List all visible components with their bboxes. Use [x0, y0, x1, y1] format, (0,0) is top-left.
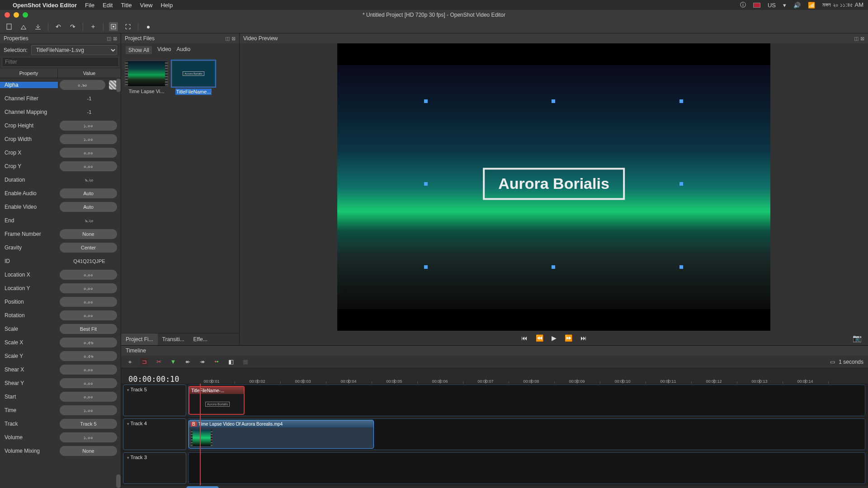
maximize-button[interactable] [23, 12, 28, 18]
property-row[interactable]: Channel Mapping-1 [0, 105, 121, 119]
file-item[interactable]: Aurora BorialisTitleFileName... [172, 61, 215, 95]
import-files-button[interactable]: ＋ [89, 22, 98, 31]
property-value[interactable]: Auto [58, 202, 121, 212]
property-value[interactable]: ০.০০ [58, 270, 121, 280]
undock-icon[interactable]: ◫ [225, 36, 230, 42]
property-row[interactable]: Rotation০.০০ [0, 309, 121, 322]
close-panel-icon[interactable]: ⊠ [860, 36, 864, 42]
timeline-clip[interactable]: TitleFileName-...Aurora Borialis [189, 386, 245, 415]
filter-input[interactable] [2, 57, 119, 67]
razor-button[interactable]: ✂ [155, 358, 163, 366]
tab-effects[interactable]: Effe... [189, 333, 212, 345]
track-lane[interactable]: TitleFileName-...Aurora Borialis [188, 385, 865, 416]
snapshot-button[interactable]: 📷 [853, 334, 862, 343]
menu-file[interactable]: File [85, 2, 94, 9]
preview-canvas[interactable]: Aurora Borialis [337, 43, 770, 331]
track-lane[interactable] [188, 452, 865, 484]
file-item[interactable]: Time Lapse Vi... [125, 61, 168, 95]
property-value[interactable]: Track 5 [58, 419, 121, 429]
property-row[interactable]: Crop Width১.০০ [0, 132, 121, 146]
property-row[interactable]: Crop Height১.০০ [0, 119, 121, 132]
play-button[interactable]: ▶ [552, 334, 557, 342]
property-row[interactable]: Channel Filter-1 [0, 92, 121, 105]
property-value[interactable]: ০.৯০ [58, 80, 121, 90]
property-value[interactable]: ১.০০ [58, 134, 121, 144]
chevron-down-icon[interactable]: ▾ [783, 2, 786, 9]
timeline-ruler[interactable]: 00:00:00:10 00:00:0100:00:0200:00:0300:0… [121, 368, 868, 384]
undo-button[interactable]: ↶ [54, 22, 63, 31]
property-row[interactable]: Start০.০০ [0, 390, 121, 404]
jump-end-button[interactable]: ⏭ [580, 334, 587, 342]
property-value[interactable]: -1 [58, 96, 121, 101]
new-project-button[interactable] [5, 22, 14, 31]
fast-forward-button[interactable]: ⏩ [565, 334, 572, 342]
property-value[interactable]: ১.০০ [58, 405, 121, 415]
tab-video[interactable]: Video [157, 46, 171, 54]
property-value[interactable]: ১.০০ [58, 432, 121, 442]
volume-icon[interactable]: 🔊 [793, 2, 801, 9]
playhead[interactable] [200, 384, 201, 485]
property-row[interactable]: Location X০.০০ [0, 268, 121, 282]
property-row[interactable]: Enable VideoAuto [0, 200, 121, 214]
info-icon[interactable]: ⓘ [740, 1, 746, 9]
property-row[interactable]: Position০.০০ [0, 295, 121, 309]
col-header-property[interactable]: Property [0, 69, 58, 78]
property-row[interactable]: Volume১.০০ [0, 431, 121, 444]
tab-project-files[interactable]: Project Fi... [121, 333, 158, 345]
undock-icon[interactable]: ◫ [854, 36, 859, 42]
property-row[interactable]: Time১.০০ [0, 404, 121, 417]
property-value[interactable]: ০.০০ [58, 378, 121, 388]
track-label[interactable]: Track 4 [123, 418, 186, 450]
undock-icon[interactable]: ◫ [107, 36, 111, 42]
selection-dropdown[interactable]: TitleFileName-1.svg [31, 45, 117, 55]
property-value[interactable]: ০.০০ [58, 392, 121, 402]
minimize-button[interactable] [14, 12, 19, 18]
track-label[interactable]: Track 3 [123, 452, 186, 484]
property-row[interactable]: Enable AudioAuto [0, 187, 121, 200]
property-value[interactable]: -1 [58, 109, 121, 115]
timeline-clip[interactable]: BTime Lapse Video Of Aurora Borealis.mp4 [189, 420, 374, 449]
close-button[interactable] [5, 12, 10, 18]
property-row[interactable]: ScaleBest Fit [0, 322, 121, 336]
property-row[interactable]: Duration৯.২০ [0, 173, 121, 187]
fullscreen-button[interactable] [123, 22, 132, 31]
menu-view[interactable]: View [140, 2, 152, 9]
tab-show-all[interactable]: Show All [126, 46, 152, 54]
center-playhead-button[interactable]: •• [212, 358, 221, 366]
property-value[interactable]: ০.০০ [58, 365, 121, 375]
property-row[interactable]: TrackTrack 5 [0, 417, 121, 431]
property-row[interactable]: End৯.২০ [0, 214, 121, 227]
property-value[interactable]: Center [58, 243, 121, 253]
property-value[interactable]: ১.০০ [58, 121, 121, 131]
property-value[interactable]: ০.০০ [58, 297, 121, 307]
ripple-button[interactable]: ◧ [227, 358, 235, 366]
redo-button[interactable]: ↷ [68, 22, 77, 31]
export-button[interactable]: ● [144, 22, 153, 31]
menubar-app-name[interactable]: OpenShot Video Editor [13, 2, 77, 9]
menubar-clock[interactable]: মঙ্গল ২০ ১১:৪৫ AM [822, 1, 863, 9]
property-value[interactable]: ৯.২০ [58, 177, 121, 183]
property-row[interactable]: Scale X০.৫৬ [0, 336, 121, 349]
title-overlay[interactable]: Aurora Borialis [483, 168, 625, 200]
timeline-settings-button[interactable]: ▦ [241, 358, 250, 366]
property-value[interactable]: None [58, 446, 121, 456]
wifi-icon[interactable]: 📶 [808, 2, 815, 9]
next-marker-button[interactable]: ↠ [198, 358, 206, 366]
profile-button[interactable] [109, 22, 118, 31]
tab-audio[interactable]: Audio [177, 46, 191, 54]
menu-edit[interactable]: Edit [103, 2, 113, 9]
property-value[interactable]: Auto [58, 188, 121, 198]
property-value[interactable]: ০.৫৬ [58, 351, 121, 361]
property-row[interactable]: Alpha০.৯০ [0, 78, 121, 92]
zoom-out-icon[interactable]: ▭ [830, 359, 835, 365]
property-row[interactable]: GravityCenter [0, 241, 121, 254]
track-label[interactable]: Track 5 [123, 385, 186, 416]
tab-transitions[interactable]: Transiti... [158, 333, 189, 345]
menu-title[interactable]: Title [121, 2, 132, 9]
property-row[interactable]: Scale Y০.৫৬ [0, 349, 121, 363]
property-value[interactable]: None [58, 229, 121, 239]
property-value[interactable]: ৯.২০ [58, 218, 121, 224]
prev-marker-button[interactable]: ↞ [184, 358, 192, 366]
col-header-value[interactable]: Value [58, 69, 121, 78]
close-panel-icon[interactable]: ⊠ [231, 36, 236, 42]
